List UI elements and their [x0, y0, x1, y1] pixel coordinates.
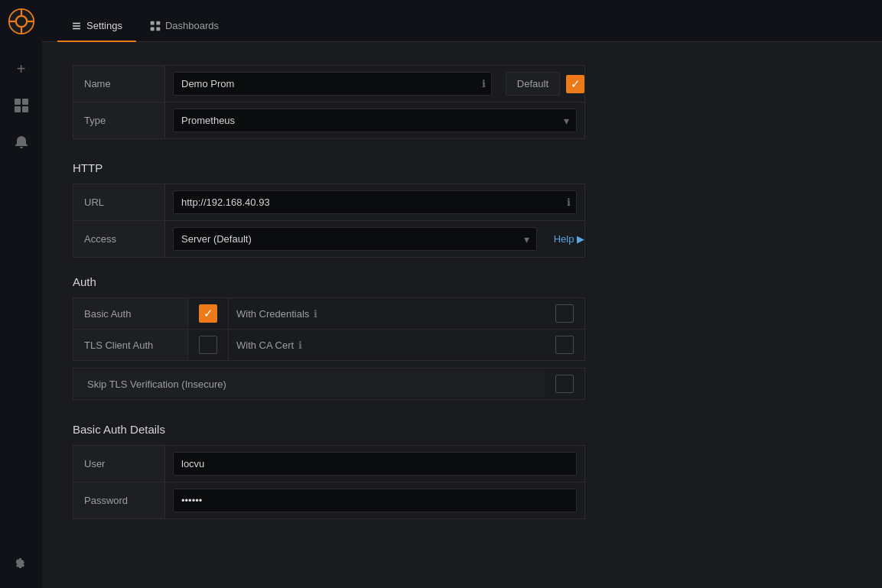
settings-tab[interactable]: Settings [57, 11, 136, 42]
access-select-wrapper: Server (Default) ▾ [173, 227, 537, 251]
http-section: HTTP URL ℹ Access Server (Default) ▾ [73, 161, 585, 258]
default-button[interactable]: Default [506, 72, 560, 96]
tls-client-checkbox[interactable] [199, 336, 217, 354]
tls-client-check-cell [188, 330, 229, 360]
basic-auth-details-section: Basic Auth Details User Password [73, 423, 585, 519]
svg-rect-8 [15, 106, 21, 112]
name-row: Name ℹ Default ✓ [73, 65, 585, 102]
url-info-icon: ℹ [567, 197, 571, 208]
type-select-wrapper: Prometheus ▾ [173, 109, 577, 132]
type-value-cell: Prometheus ▾ [165, 102, 584, 138]
auth-section-title: Auth [73, 275, 585, 288]
basic-auth-check-cell: ✓ [188, 298, 229, 329]
url-value-cell: ℹ [165, 184, 584, 220]
with-credentials-checkbox[interactable] [555, 304, 574, 323]
basic-auth-checkbox[interactable]: ✓ [199, 304, 217, 323]
tls-client-label: TLS Client Auth [73, 330, 188, 360]
default-area: Default ✓ [506, 72, 584, 96]
user-row: User [73, 445, 585, 482]
dashboards-tab[interactable]: Dashboards [136, 11, 233, 42]
url-input[interactable] [173, 190, 577, 214]
svg-rect-7 [22, 99, 28, 105]
access-value-cell: Server (Default) ▾ [165, 221, 545, 257]
skip-tls-check-cell [545, 369, 584, 399]
svg-rect-9 [22, 106, 28, 112]
svg-rect-11 [156, 21, 160, 24]
default-checkbox[interactable]: ✓ [566, 75, 584, 93]
with-ca-cert-label: With CA Cert [236, 339, 294, 351]
user-input[interactable] [173, 452, 577, 476]
skip-tls-label: Skip TLS Verification (Insecure) [73, 371, 545, 398]
basic-auth-label: Basic Auth [73, 298, 188, 329]
user-label: User [73, 446, 165, 482]
basic-auth-row: Basic Auth ✓ With Credentials ℹ [73, 297, 585, 330]
password-label: Password [73, 482, 165, 518]
skip-tls-checkbox[interactable] [555, 375, 574, 393]
name-label: Name [73, 66, 165, 102]
form-content: Name ℹ Default ✓ Type Prometheus [42, 42, 616, 564]
with-ca-cert-check-cell [545, 330, 584, 360]
name-input[interactable] [173, 72, 492, 96]
main-content: Settings Dashboards Name ℹ Default ✓ [42, 0, 882, 588]
with-credentials-label: With Credentials [236, 308, 309, 320]
with-ca-cert-cell: With CA Cert ℹ [229, 333, 545, 357]
url-label: URL [73, 184, 165, 220]
name-info-icon: ℹ [482, 78, 486, 89]
url-row: URL ℹ [73, 184, 585, 221]
with-credentials-check-cell [545, 298, 584, 329]
password-value-cell [165, 482, 584, 518]
svg-rect-10 [151, 21, 155, 24]
type-select[interactable]: Prometheus [173, 109, 577, 132]
type-row: Type Prometheus ▾ [73, 102, 585, 139]
access-label: Access [73, 221, 165, 257]
topbar: Settings Dashboards [42, 0, 882, 42]
type-label: Type [73, 102, 165, 138]
tls-client-row: TLS Client Auth With CA Cert ℹ [73, 329, 585, 361]
bell-icon[interactable] [11, 132, 32, 153]
add-icon[interactable]: + [11, 58, 32, 80]
name-value-cell: ℹ [165, 66, 500, 102]
dashboard-icon[interactable] [11, 95, 32, 116]
with-credentials-cell: With Credentials ℹ [229, 302, 545, 326]
password-row: Password [73, 482, 585, 519]
svg-rect-6 [15, 99, 21, 105]
sidebar: + [0, 0, 42, 588]
auth-section: Auth Basic Auth ✓ With Credentials ℹ TLS… [73, 275, 585, 400]
svg-rect-12 [151, 27, 155, 31]
access-row: Access Server (Default) ▾ Help ▶ [73, 220, 585, 258]
skip-tls-row: Skip TLS Verification (Insecure) [73, 368, 585, 400]
password-input[interactable] [173, 489, 577, 512]
svg-rect-13 [156, 27, 160, 31]
gear-icon[interactable] [11, 551, 32, 573]
with-ca-cert-checkbox[interactable] [555, 336, 574, 354]
access-select[interactable]: Server (Default) [173, 227, 537, 251]
http-section-title: HTTP [73, 161, 585, 174]
with-credentials-info-icon: ℹ [314, 308, 317, 320]
grafana-logo[interactable] [8, 8, 35, 35]
user-value-cell [165, 446, 584, 482]
datasource-basic-section: Name ℹ Default ✓ Type Prometheus [73, 65, 585, 139]
help-link[interactable]: Help ▶ [554, 233, 584, 245]
basic-auth-details-title: Basic Auth Details [73, 423, 585, 436]
with-ca-cert-info-icon: ℹ [298, 339, 302, 351]
